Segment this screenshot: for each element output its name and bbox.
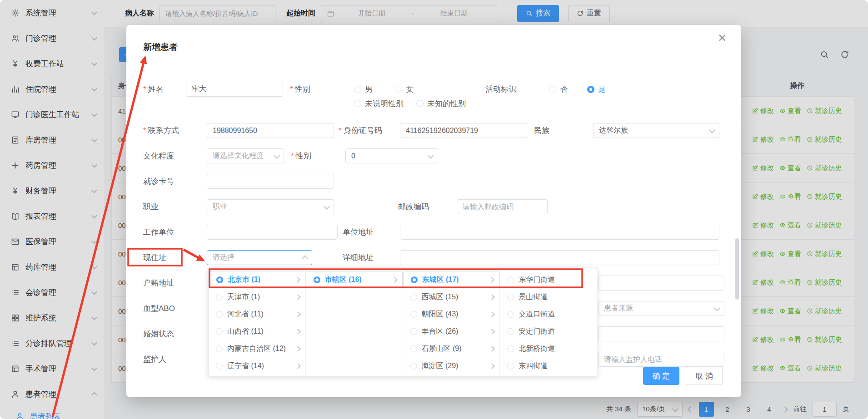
cascader-option[interactable]: 市辖区 (16) (306, 271, 403, 288)
detail-address-input[interactable] (400, 250, 719, 265)
cascader-option[interactable]: 河北省 (11) (209, 306, 305, 323)
chevron-right-icon (295, 346, 301, 352)
chevron-right-icon (489, 346, 495, 352)
gender-select-label: 性别 (291, 151, 345, 161)
radio-icon (410, 311, 417, 318)
radio-gender-unspecified[interactable]: 未说明性别 (354, 98, 404, 109)
name-input[interactable] (186, 82, 283, 97)
guardian-phone-input[interactable] (598, 352, 724, 367)
contact-label: 联系方式 (143, 125, 207, 136)
cascader-column-street: 东华门街道 景山街道 交道口街道 安定门街道 (500, 268, 597, 376)
id-number-input[interactable] (400, 123, 527, 138)
chevron-right-icon (489, 294, 495, 300)
address-cascader-panel: 北京市 (1) 天津市 (1) 河北省 (11) 山西省 (11) (208, 268, 597, 377)
occupation-label: 职业 (143, 202, 207, 212)
postal-code-label: 邮政编码 (398, 202, 457, 212)
household-address-input[interactable] (598, 276, 724, 291)
current-address-label: 现住址 (143, 252, 207, 263)
cascader-option[interactable]: 东华门街道 (500, 271, 597, 288)
cascader-option[interactable]: 海淀区 (29) (403, 357, 500, 375)
gender-select[interactable]: 0 (345, 148, 438, 163)
ethnicity-label: 民族 (534, 125, 593, 136)
education-select[interactable]: 请选择文化程度 (207, 148, 284, 163)
radio-gender-unknown[interactable]: 未知的性别 (416, 98, 466, 109)
unit-address-input[interactable] (400, 225, 719, 240)
chevron-right-icon (295, 294, 301, 300)
chevron-up-icon (302, 255, 308, 261)
blood-type-label: 血型ABO (143, 303, 207, 314)
cascader-option[interactable]: 交道口街道 (500, 306, 597, 323)
cascader-option[interactable]: 东四街道 (500, 357, 597, 375)
radio-icon (507, 328, 514, 335)
chevron-down-icon (714, 305, 720, 311)
radio-icon (410, 345, 417, 352)
ethnicity-select[interactable]: 达斡尔族 (593, 123, 719, 138)
education-label: 文化程度 (143, 151, 207, 161)
id-number-label: 身份证号码 (339, 125, 400, 136)
radio-icon (410, 294, 417, 301)
chevron-right-icon (295, 363, 301, 369)
cascader-option[interactable]: 北新桥街道 (500, 340, 597, 357)
cascader-option[interactable]: 石景山区 (9) (403, 340, 500, 357)
guardian-label: 监护人 (143, 354, 207, 365)
occupation-select[interactable]: 职业 (207, 199, 334, 214)
detail-address-label: 详细地址 (343, 252, 400, 263)
chevron-right-icon (392, 277, 398, 283)
chevron-down-icon (428, 152, 434, 158)
radio-icon (216, 276, 223, 283)
patient-source-select[interactable]: 患者来源 (598, 301, 724, 316)
postal-code-input[interactable] (457, 199, 548, 214)
modal-scrollbar[interactable] (735, 238, 739, 300)
chevron-right-icon (489, 329, 495, 335)
cancel-button[interactable]: 取 消 (686, 367, 723, 385)
chevron-right-icon (294, 277, 300, 283)
cascader-option[interactable]: 北京市 (1) (209, 271, 305, 288)
app: 系统管理 门诊管理 收费工作站 住院管理 (0, 0, 868, 419)
cascader-option[interactable]: 内蒙古自治区 (12) (209, 340, 305, 357)
form-row: 姓名 性别 男 女 活动标识 否 是 未说明性别 未知的性别 (143, 82, 724, 113)
cascader-option[interactable]: 天津市 (1) (209, 288, 305, 306)
chevron-down-icon (274, 152, 280, 158)
cascader-option[interactable]: 辽宁省 (14) (209, 357, 305, 375)
current-address-select[interactable]: 请选择 (207, 250, 312, 265)
work-unit-input[interactable] (207, 225, 338, 240)
form-row: 职业 职业 邮政编码 (143, 199, 724, 214)
marital-status-input[interactable] (598, 326, 724, 341)
modal-footer: 确 定 取 消 (643, 367, 723, 385)
contact-input[interactable] (207, 123, 334, 138)
radio-icon (410, 328, 417, 335)
radio-female[interactable]: 女 (395, 82, 414, 97)
cascader-option[interactable]: 山西省 (11) (209, 323, 305, 340)
visit-card-input[interactable] (207, 174, 334, 189)
radio-active-yes[interactable]: 是 (587, 82, 606, 97)
radio-male[interactable]: 男 (354, 82, 373, 97)
radio-icon (216, 311, 223, 318)
radio-icon (507, 276, 514, 283)
unit-address-label: 单位地址 (343, 227, 400, 237)
form-row: 现住址 请选择 详细地址 (143, 250, 724, 265)
cascader-option[interactable]: 景山街道 (500, 288, 597, 306)
cascader-option[interactable]: 朝阳区 (43) (403, 306, 500, 323)
radio-icon (216, 363, 223, 370)
household-address-label: 户籍地址 (143, 278, 207, 288)
active-flag-label: 活动标识 (485, 82, 516, 97)
radio-icon (216, 345, 223, 352)
cascader-option[interactable]: 西城区 (15) (403, 288, 500, 306)
modal-title: 新增患者 (143, 41, 178, 53)
radio-icon (507, 311, 514, 318)
close-icon[interactable]: ✕ (715, 32, 729, 44)
radio-icon (410, 363, 417, 370)
radio-icon (216, 294, 223, 301)
cascader-column-city: 市辖区 (16) (306, 268, 403, 376)
radio-active-no[interactable]: 否 (549, 82, 568, 97)
radio-icon (507, 294, 514, 301)
form-row: 工作单位 单位地址 (143, 225, 724, 240)
form-row: 联系方式 身份证号码 民族 达斡尔族 (143, 123, 724, 138)
form-row: 就诊卡号 (143, 174, 724, 189)
chevron-down-icon (324, 203, 330, 209)
work-unit-label: 工作单位 (143, 227, 207, 237)
cascader-option[interactable]: 安定门街道 (500, 323, 597, 340)
confirm-button[interactable]: 确 定 (643, 367, 680, 385)
cascader-option[interactable]: 东城区 (17) (403, 271, 500, 288)
cascader-option[interactable]: 丰台区 (26) (403, 323, 500, 340)
